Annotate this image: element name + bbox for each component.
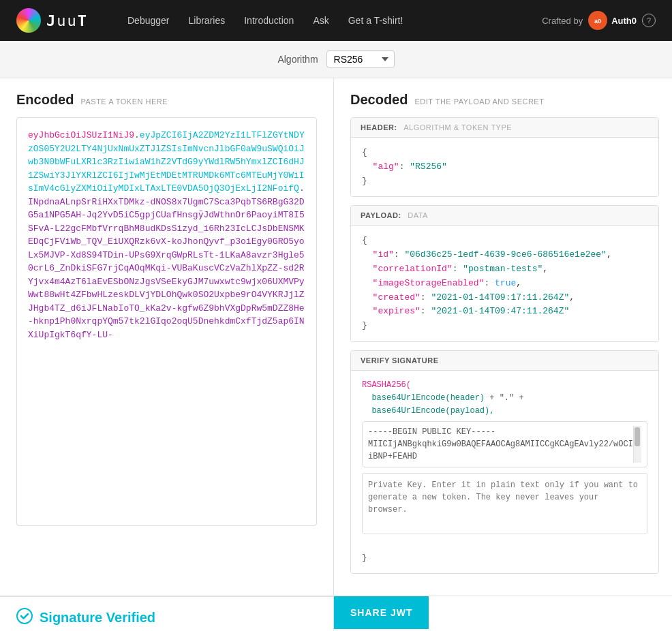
scrollbar-handle[interactable] bbox=[635, 427, 640, 446]
payload-section-label: PAYLOAD: DATA bbox=[351, 206, 658, 226]
public-key-content: -----BEGIN PUBLIC KEY-----MIICIjANBgkqhk… bbox=[368, 426, 633, 463]
nav-tshirt[interactable]: Get a T-shirt! bbox=[341, 11, 410, 30]
payload-section-body[interactable]: { "id": "06d36c25-1edf-4639-9ce6-686516e… bbox=[351, 226, 658, 341]
svg-text:a0: a0 bbox=[594, 18, 601, 25]
private-key-wrapper bbox=[362, 473, 647, 539]
public-key-text: -----BEGIN PUBLIC KEY-----MIICIjANBgkqhk… bbox=[368, 427, 633, 461]
auth0-logo: a0 bbox=[588, 11, 607, 30]
decoded-header: Decoded EDIT THE PAYLOAD AND SECRET bbox=[350, 92, 659, 108]
nav-ask[interactable]: Ask bbox=[306, 11, 335, 30]
main-content: Encoded PASTE A TOKEN HERE eyJhbGciOiJSU… bbox=[0, 78, 672, 596]
algorithm-bar: Algorithm RS256 HS256 HS384 HS512 RS384 … bbox=[0, 41, 672, 78]
public-key-box[interactable]: -----BEGIN PUBLIC KEY-----MIICIjANBgkqhk… bbox=[362, 421, 647, 467]
decoded-subtitle: EDIT THE PAYLOAD AND SECRET bbox=[414, 97, 544, 106]
header-section-label: HEADER: ALGORITHM & TOKEN TYPE bbox=[351, 118, 658, 138]
header-section-body[interactable]: { "alg": "RS256" } bbox=[351, 138, 658, 196]
token-signature-part: INpdnaALnpSrRiHXxTDMkz-dNOS8x7UgmC7Sca3P… bbox=[28, 197, 305, 340]
sig-arg1: base64UrlEncode(header) bbox=[371, 393, 485, 403]
verify-section-label: VERIFY SIGNATURE bbox=[351, 351, 658, 371]
help-button[interactable]: ? bbox=[642, 14, 656, 27]
header-left: JuuT Debugger Libraries Introduction Ask… bbox=[16, 8, 410, 33]
nav-debugger[interactable]: Debugger bbox=[121, 11, 177, 30]
encoded-subtitle: PASTE A TOKEN HERE bbox=[80, 97, 168, 106]
main-nav: Debugger Libraries Introduction Ask Get … bbox=[121, 11, 410, 30]
sig-plus1: + "." + bbox=[489, 393, 523, 403]
header-right: Crafted by a0 Auth0 ? bbox=[542, 11, 656, 30]
scrollbar-track[interactable] bbox=[633, 426, 641, 463]
decoded-title: Decoded bbox=[350, 92, 408, 108]
signature-verified-bar: Signature Verified bbox=[0, 596, 334, 631]
private-key-input[interactable] bbox=[362, 473, 647, 534]
encoded-panel: Encoded PASTE A TOKEN HERE eyJhbGciOiJSU… bbox=[0, 78, 334, 596]
share-jwt-button[interactable]: SHARE JWT bbox=[334, 596, 429, 629]
algorithm-label: Algorithm bbox=[277, 54, 318, 65]
signature-verified-text: Signature Verified bbox=[40, 610, 155, 626]
verified-icon bbox=[16, 608, 33, 628]
sig-arg2: base64UrlEncode(payload), bbox=[371, 406, 494, 416]
sig-closing: } bbox=[362, 553, 367, 563]
share-jwt-wrapper: SHARE JWT bbox=[334, 596, 672, 631]
encoded-header: Encoded PASTE A TOKEN HERE bbox=[16, 92, 317, 108]
verify-section: VERIFY SIGNATURE RSASHA256( base64UrlEnc… bbox=[350, 350, 659, 574]
encoded-textarea[interactable]: eyJhbGciOiJSUzI1NiJ9.eyJpZCI6IjA2ZDM2YzI… bbox=[16, 117, 317, 526]
logo-text: JuuT bbox=[46, 12, 88, 29]
decoded-panel: Decoded EDIT THE PAYLOAD AND SECRET HEAD… bbox=[334, 78, 672, 596]
logo-icon bbox=[16, 8, 41, 33]
token-header-part: eyJhbGciOiJSUzI1NiJ9 bbox=[28, 130, 134, 140]
auth0-label: Auth0 bbox=[611, 16, 637, 26]
payload-section: PAYLOAD: DATA { "id": "06d36c25-1edf-463… bbox=[350, 205, 659, 342]
logo: JuuT bbox=[16, 8, 88, 33]
algorithm-select[interactable]: RS256 HS256 HS384 HS512 RS384 RS512 ES25… bbox=[326, 50, 395, 68]
sig-function: RSASHA256( bbox=[362, 380, 411, 390]
bottom-bar: Signature Verified SHARE JWT bbox=[0, 596, 672, 631]
encoded-title: Encoded bbox=[16, 92, 74, 108]
app-header: JuuT Debugger Libraries Introduction Ask… bbox=[0, 0, 672, 41]
crafted-by-label: Crafted by bbox=[542, 16, 583, 26]
auth0-badge: a0 Auth0 bbox=[588, 11, 637, 30]
nav-libraries[interactable]: Libraries bbox=[182, 11, 232, 30]
svg-point-2 bbox=[17, 609, 32, 624]
nav-introduction[interactable]: Introduction bbox=[237, 11, 301, 30]
verify-section-body: RSASHA256( base64UrlEncode(header) + "."… bbox=[351, 371, 658, 573]
header-section: HEADER: ALGORITHM & TOKEN TYPE { "alg": … bbox=[350, 117, 659, 197]
